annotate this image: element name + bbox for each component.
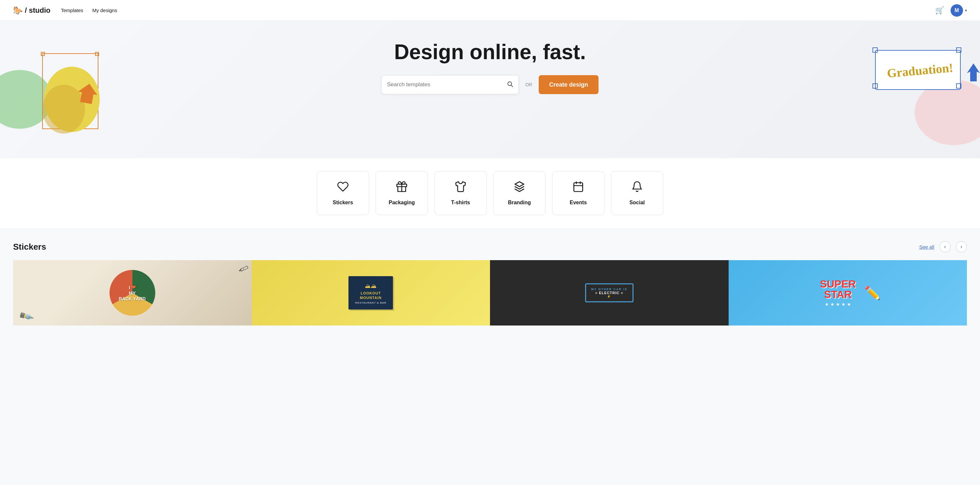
section-header: Stickers See all ‹ › xyxy=(13,241,967,252)
card3-line3: ⚡ xyxy=(591,295,627,298)
card1-circle: I ❤MYBACK YARD xyxy=(110,270,155,316)
nav-right: 🛒 M ▾ xyxy=(935,4,967,17)
category-label-branding: Branding xyxy=(508,200,531,205)
category-card-social[interactable]: Social xyxy=(611,171,663,215)
card3-line2: ≡ ELECTRIC ≡ xyxy=(591,291,627,295)
see-all-link[interactable]: See all xyxy=(919,244,934,250)
category-label-stickers: Stickers xyxy=(333,200,353,205)
avatar: M xyxy=(951,4,963,17)
card2-mountains-icon: ⛰⛰ xyxy=(355,283,387,289)
chevron-down-icon: ▾ xyxy=(965,8,967,13)
category-label-tshirts: T-shirts xyxy=(451,200,470,205)
hero-section: Graduation! Design online, fast. OR Crea… xyxy=(0,21,980,158)
category-label-events: Events xyxy=(570,200,587,205)
category-label-social: Social xyxy=(629,200,644,205)
section-header-right: See all ‹ › xyxy=(919,241,967,252)
search-button[interactable] xyxy=(507,81,513,89)
sticker-card-2[interactable]: ⛰⛰ LOOKOUTMOUNTAIN Restaurant & Bar xyxy=(252,260,490,326)
card-inner-3: MY OTHER CAR IS ≡ ELECTRIC ≡ ⚡ xyxy=(490,260,729,326)
search-box xyxy=(382,75,519,94)
prev-arrow-button[interactable]: ‹ xyxy=(939,241,951,252)
category-card-branding[interactable]: Branding xyxy=(493,171,546,215)
category-card-tshirts[interactable]: T-shirts xyxy=(434,171,487,215)
card2-subtitle: Restaurant & Bar xyxy=(355,301,387,304)
category-card-packaging[interactable]: Packaging xyxy=(375,171,428,215)
sticker-cards: ✒️ 🖊 I ❤MYBACK YARD ⛰⛰ LOOKOUTMOUNTAIN R… xyxy=(13,260,967,326)
card3-line1: MY OTHER CAR IS xyxy=(591,288,627,291)
categories-grid: Stickers Packaging T-shirts xyxy=(310,171,670,215)
card1-heart: ❤ xyxy=(131,285,136,290)
social-icon xyxy=(631,181,643,195)
create-design-button[interactable]: Create design xyxy=(539,75,598,94)
logo-icon: 🐎 xyxy=(13,6,23,15)
sticker-card-3[interactable]: MY OTHER CAR IS ≡ ELECTRIC ≡ ⚡ xyxy=(490,260,729,326)
stickers-section: Stickers See all ‹ › ✒️ 🖊 I ❤MYBACK YARD xyxy=(0,228,980,326)
sticker-card-4[interactable]: SUPERSTAR ★ ★ ★ ★ ★ ✏️ xyxy=(729,260,967,326)
category-card-events[interactable]: Events xyxy=(552,171,605,215)
svg-rect-17 xyxy=(574,183,583,191)
card3-content: MY OTHER CAR IS ≡ ELECTRIC ≡ ⚡ xyxy=(585,283,633,302)
navbar: 🐎 / studio Templates My designs 🛒 M ▾ xyxy=(0,0,980,21)
category-card-stickers[interactable]: Stickers xyxy=(317,171,369,215)
hero-search-row: OR Create design xyxy=(6,75,974,94)
card-inner-1: ✒️ 🖊 I ❤MYBACK YARD xyxy=(13,260,252,326)
events-icon xyxy=(573,181,584,195)
nav-link-mydesigns[interactable]: My designs xyxy=(92,6,117,14)
pen-deco-right: 🖊 xyxy=(238,262,250,275)
cart-icon[interactable]: 🛒 xyxy=(935,6,944,15)
logo[interactable]: 🐎 / studio xyxy=(13,6,50,15)
svg-line-16 xyxy=(511,85,513,87)
card4-title: SUPERSTAR xyxy=(820,279,856,300)
card2-title: LOOKOUTMOUNTAIN xyxy=(355,291,387,301)
categories-section: Stickers Packaging T-shirts xyxy=(0,158,980,228)
packaging-icon xyxy=(396,181,407,195)
next-arrow-button[interactable]: › xyxy=(956,241,967,252)
logo-text: / studio xyxy=(25,6,50,15)
category-label-packaging: Packaging xyxy=(389,200,415,205)
section-title: Stickers xyxy=(13,242,46,252)
card-inner-2: ⛰⛰ LOOKOUTMOUNTAIN Restaurant & Bar xyxy=(252,260,490,326)
pencil-icon: ✏️ xyxy=(864,285,881,301)
nav-left: 🐎 / studio Templates My designs xyxy=(13,6,117,15)
pen-deco-left: ✒️ xyxy=(18,307,35,325)
nav-link-templates[interactable]: Templates xyxy=(61,6,83,14)
card1-text: I ❤MYBACK YARD xyxy=(119,284,146,302)
user-menu[interactable]: M ▾ xyxy=(951,4,967,17)
card-inner-4: SUPERSTAR ★ ★ ★ ★ ★ ✏️ xyxy=(729,260,967,326)
or-label: OR xyxy=(525,82,532,87)
branding-icon xyxy=(514,181,525,195)
search-input[interactable] xyxy=(387,81,507,88)
sticker-card-1[interactable]: ✒️ 🖊 I ❤MYBACK YARD xyxy=(13,260,252,326)
card2-content: ⛰⛰ LOOKOUTMOUNTAIN Restaurant & Bar xyxy=(348,276,393,310)
hero-title: Design online, fast. xyxy=(6,41,974,64)
stickers-icon xyxy=(337,181,349,195)
nav-links: Templates My designs xyxy=(61,6,117,14)
tshirts-icon xyxy=(455,181,466,195)
card4-content: SUPERSTAR ★ ★ ★ ★ ★ xyxy=(815,274,861,312)
card4-stars: ★ ★ ★ ★ ★ xyxy=(820,302,856,307)
